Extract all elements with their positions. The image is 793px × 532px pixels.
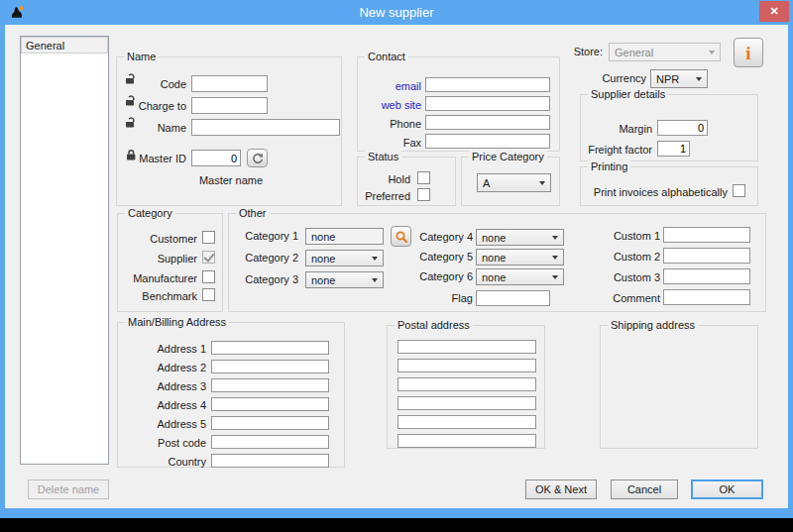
price-category-group: Price Category A xyxy=(461,157,560,206)
manufacturer-label: Manufacturer xyxy=(118,272,197,284)
code-input[interactable] xyxy=(191,75,268,92)
flag-label: Flag xyxy=(405,292,473,304)
website-input[interactable] xyxy=(425,96,550,111)
freight-factor-input[interactable] xyxy=(657,141,690,157)
comment-label: Comment xyxy=(591,292,660,304)
supplier-checkbox xyxy=(202,251,215,264)
hold-label: Hold xyxy=(358,173,410,185)
category6-select[interactable]: none xyxy=(476,268,564,285)
custom1-label: Custom 1 xyxy=(591,230,660,242)
info-button[interactable]: i xyxy=(734,38,763,67)
freight-factor-label: Freight factor xyxy=(581,144,652,156)
other-group-title: Other xyxy=(236,207,270,219)
postal-line1-input[interactable] xyxy=(397,340,536,354)
ok-button[interactable]: OK xyxy=(691,479,763,499)
currency-label: Currency xyxy=(587,72,646,84)
manufacturer-checkbox[interactable] xyxy=(202,270,215,283)
postal-address-group: Postal address xyxy=(387,325,545,449)
refresh-icon xyxy=(251,152,264,164)
postal-line2-input[interactable] xyxy=(397,359,536,372)
postcode-label: Post code xyxy=(118,437,206,449)
fax-input[interactable] xyxy=(425,134,550,149)
postal-line3-input[interactable] xyxy=(397,377,536,391)
margin-input[interactable] xyxy=(657,120,708,136)
printing-group: Printing Print invoices alphabetically xyxy=(580,166,758,206)
custom1-input[interactable] xyxy=(663,227,750,243)
hold-checkbox[interactable] xyxy=(417,171,430,184)
category4-value: none xyxy=(482,232,506,244)
preferred-checkbox[interactable] xyxy=(417,188,430,201)
close-button[interactable]: ✕ xyxy=(759,1,789,22)
customer-checkbox[interactable] xyxy=(202,231,215,244)
country-input[interactable] xyxy=(211,454,329,468)
email-link-label[interactable]: email xyxy=(358,80,421,92)
benchmark-checkbox[interactable] xyxy=(202,288,215,301)
cancel-button[interactable]: Cancel xyxy=(611,479,678,499)
custom2-label: Custom 2 xyxy=(591,251,660,263)
email-input[interactable] xyxy=(425,77,550,92)
charge-to-input[interactable] xyxy=(191,97,268,114)
category2-label: Category 2 xyxy=(229,252,298,264)
sync-master-button[interactable] xyxy=(247,149,268,167)
supplier-label: Supplier xyxy=(118,253,197,265)
address1-input[interactable] xyxy=(211,341,329,355)
address4-input[interactable] xyxy=(211,397,329,411)
custom2-input[interactable] xyxy=(663,248,750,264)
info-icon: i xyxy=(745,44,750,62)
name-label: Name xyxy=(117,122,186,134)
tab-general[interactable]: General xyxy=(21,37,108,53)
custom3-label: Custom 3 xyxy=(591,271,660,283)
print-alphabetical-checkbox[interactable] xyxy=(733,184,745,197)
comment-input[interactable] xyxy=(663,289,750,305)
address2-label: Address 2 xyxy=(118,362,206,373)
dropdown-arrow-icon xyxy=(696,77,702,81)
category3-select[interactable]: none xyxy=(305,271,384,288)
address3-input[interactable] xyxy=(211,378,329,392)
benchmark-label: Benchmark xyxy=(118,290,197,302)
ok-next-button[interactable]: OK & Next xyxy=(525,479,597,499)
supplier-details-group: Supplier details Margin Freight factor xyxy=(580,94,758,161)
category2-select[interactable]: none xyxy=(305,250,384,266)
dialog-content: General Store: General i Currency NPR Na… xyxy=(5,25,788,508)
currency-select[interactable]: NPR xyxy=(650,69,708,88)
category5-select[interactable]: none xyxy=(476,249,564,266)
name-input[interactable] xyxy=(191,119,340,136)
country-label: Country xyxy=(118,456,206,468)
category1-field[interactable]: none xyxy=(305,228,384,245)
fax-label: Fax xyxy=(358,137,421,149)
flag-input[interactable] xyxy=(476,290,550,306)
address3-label: Address 3 xyxy=(118,380,206,392)
status-group: Status Hold Preferred xyxy=(357,157,456,206)
other-group: Other Category 1 none Category 2 none Ca… xyxy=(228,213,766,312)
dropdown-arrow-icon xyxy=(539,181,545,185)
category1-value: none xyxy=(311,231,335,243)
tab-list: General xyxy=(20,36,109,465)
address5-input[interactable] xyxy=(211,416,329,430)
category-group: Category Customer Supplier Manufacturer … xyxy=(117,213,223,312)
titlebar: New supplier ✕ xyxy=(0,0,793,25)
shipping-address-group: Shipping address xyxy=(600,325,758,449)
phone-input[interactable] xyxy=(425,115,550,130)
postal-line5-input[interactable] xyxy=(397,415,536,429)
website-link-label[interactable]: web site xyxy=(358,99,421,111)
category5-label: Category 5 xyxy=(405,251,473,263)
name-group-title: Name xyxy=(124,51,159,62)
category4-select[interactable]: none xyxy=(476,229,564,246)
price-category-select[interactable]: A xyxy=(477,173,551,192)
shipping-address-title: Shipping address xyxy=(608,319,698,331)
master-id-input[interactable] xyxy=(191,150,241,166)
postal-line6-input[interactable] xyxy=(397,434,536,448)
category6-label: Category 6 xyxy=(405,270,473,282)
close-icon: ✕ xyxy=(769,5,778,18)
dropdown-arrow-icon xyxy=(552,236,558,240)
charge-to-label: Charge to xyxy=(117,100,186,112)
print-alphabetical-label: Print invoices alphabetically xyxy=(581,186,728,198)
name-group: Name Code Charge to Name Master ID Maste… xyxy=(116,56,342,206)
delete-name-button: Delete name xyxy=(28,479,109,499)
postal-line4-input[interactable] xyxy=(397,396,536,410)
contact-group: Contact email web site Phone Fax xyxy=(357,56,560,152)
custom3-input[interactable] xyxy=(663,268,750,284)
postcode-input[interactable] xyxy=(211,435,329,449)
dropdown-arrow-icon xyxy=(552,275,558,279)
address2-input[interactable] xyxy=(211,360,329,373)
